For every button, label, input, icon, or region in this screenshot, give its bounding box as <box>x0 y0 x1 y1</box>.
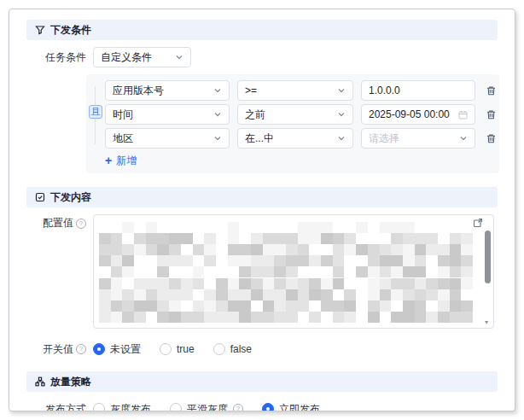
condition-operator-select[interactable]: 在...中 <box>237 128 353 149</box>
chevron-down-icon <box>175 53 183 61</box>
trash-icon <box>486 85 497 96</box>
scrollbar-thumb[interactable] <box>485 230 491 283</box>
sitemap-icon <box>35 376 45 387</box>
release-method-row: 发布方式 灰度发布 平滑灰度 ? 立即发布 <box>26 400 498 411</box>
radio-option-true[interactable]: true <box>160 343 195 355</box>
task-condition-select[interactable]: 自定义条件 <box>93 47 191 67</box>
chevron-down-icon <box>213 86 222 95</box>
task-condition-label: 任务条件 <box>26 50 86 65</box>
calendar-icon <box>458 110 468 120</box>
radio-icon <box>170 403 182 411</box>
switch-value-row: 开关值 ? 未设置 true false <box>26 341 498 358</box>
section-header-content: 下发内容 <box>26 187 498 207</box>
plus-icon: + <box>105 155 112 166</box>
expand-editor-button[interactable] <box>473 218 483 228</box>
condition-field-select[interactable]: 应用版本号 <box>105 80 230 101</box>
condition-operator-select[interactable]: >= <box>237 80 353 101</box>
info-icon[interactable]: ? <box>76 344 86 354</box>
delete-condition-button[interactable] <box>484 84 498 98</box>
radio-icon <box>213 343 225 355</box>
condition-value-input[interactable] <box>361 80 475 101</box>
condition-row: 应用版本号 >= <box>105 80 499 101</box>
scrollbar-down-arrow[interactable]: ▾ <box>485 319 491 325</box>
radio-option-gray-release[interactable]: 灰度发布 <box>93 402 151 412</box>
chevron-down-icon <box>213 134 222 143</box>
section-title: 下发条件 <box>50 23 91 38</box>
condition-value-select[interactable]: 请选择 <box>361 128 475 149</box>
filter-icon <box>35 25 45 35</box>
condition-date-input[interactable]: 2025-09-05 00:00 <box>361 104 475 125</box>
condition-field-select[interactable]: 时间 <box>105 104 230 125</box>
chevron-down-icon <box>337 134 346 143</box>
expand-icon <box>473 218 483 228</box>
section-title: 下发内容 <box>50 190 91 205</box>
info-icon[interactable]: ? <box>233 404 243 411</box>
chevron-down-icon <box>459 134 468 143</box>
radio-icon <box>93 403 105 411</box>
task-condition-row: 任务条件 自定义条件 <box>26 47 498 67</box>
release-method-label: 发布方式 <box>26 402 86 412</box>
conditions-group: 且 应用版本号 >= 时间 之前 <box>86 74 499 173</box>
condition-row: 地区 在...中 请选择 <box>105 128 499 149</box>
config-value-label: 配置值 <box>43 216 73 230</box>
condition-operator-select[interactable]: 之前 <box>237 104 353 125</box>
radio-icon <box>262 403 274 411</box>
radio-option-immediate-release[interactable]: 立即发布 <box>262 402 320 412</box>
chevron-down-icon <box>337 110 346 119</box>
trash-icon <box>486 109 497 120</box>
condition-field-select[interactable]: 地区 <box>105 128 230 149</box>
section-title: 放量策略 <box>50 375 91 389</box>
radio-option-false[interactable]: false <box>213 343 252 355</box>
info-icon[interactable]: ? <box>76 219 86 229</box>
release-method-radio-group: 灰度发布 平滑灰度 ? 立即发布 <box>93 400 498 411</box>
trash-icon <box>486 133 497 144</box>
condition-row: 时间 之前 2025-09-05 00:00 <box>105 104 499 125</box>
switch-value-radio-group: 未设置 true false <box>93 341 498 358</box>
chevron-down-icon <box>213 110 222 119</box>
radio-option-unset[interactable]: 未设置 <box>93 342 141 357</box>
content-icon <box>35 192 45 202</box>
scrollbar[interactable] <box>485 230 491 316</box>
config-value-textarea[interactable]: ▾ <box>93 214 494 329</box>
delete-condition-button[interactable] <box>484 131 498 146</box>
switch-value-label: 开关值 <box>43 342 73 357</box>
radio-option-smooth-gray[interactable]: 平滑灰度 ? <box>170 402 243 412</box>
add-condition-button[interactable]: + 新增 <box>105 152 137 169</box>
radio-icon <box>160 343 172 355</box>
delete-condition-button[interactable] <box>484 108 498 122</box>
task-condition-value: 自定义条件 <box>101 50 152 65</box>
section-header-conditions: 下发条件 <box>26 20 498 40</box>
config-value-row: 配置值 ? ▾ <box>26 214 498 329</box>
chevron-down-icon <box>337 86 346 95</box>
logic-and-badge: 且 <box>89 105 102 119</box>
redacted-content <box>99 222 475 323</box>
radio-icon <box>93 343 105 355</box>
section-header-strategy: 放量策略 <box>26 371 498 392</box>
release-config-panel: 下发条件 任务条件 自定义条件 且 应用版本号 >= <box>9 9 515 411</box>
